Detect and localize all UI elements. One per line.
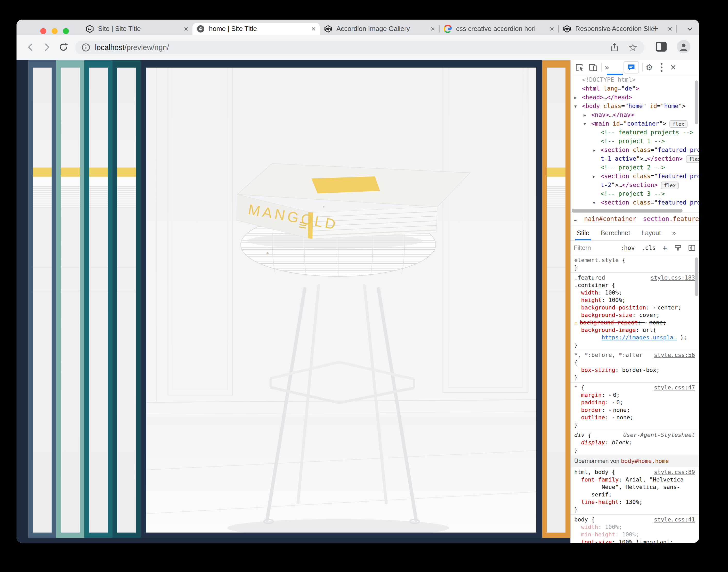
filter-input[interactable]: Filtern xyxy=(574,244,620,252)
css-line[interactable]: } xyxy=(571,341,699,349)
address-bar[interactable]: localhost/preview/ngn/ ☆ xyxy=(75,41,644,54)
share-icon[interactable] xyxy=(610,43,619,52)
devtools-menu-icon[interactable] xyxy=(661,63,662,72)
tab-stile[interactable]: Stile xyxy=(577,229,589,237)
dom-tree-line[interactable]: ▶<section class="featured pro xyxy=(571,145,699,154)
css-line[interactable]: { xyxy=(571,359,699,366)
tab-search-chevron-icon[interactable] xyxy=(685,24,695,33)
css-line[interactable]: } xyxy=(571,374,699,381)
dom-tree-line[interactable]: ▶<head>…</head> xyxy=(571,93,699,101)
dom-tree-line[interactable]: <!-- project 1 --> xyxy=(571,137,699,145)
tab-berechnet[interactable]: Berechnet xyxy=(601,229,630,237)
tab-accordion-gallery[interactable]: Accordion Image Gallery × xyxy=(320,23,439,35)
css-line[interactable]: } xyxy=(571,421,699,429)
css-line[interactable]: width: 100%; xyxy=(571,289,699,296)
css-line[interactable]: margin: ▸0; xyxy=(571,391,699,399)
css-line[interactable]: background-position: ▸center; xyxy=(571,304,699,311)
expand-arrow-icon[interactable]: ▶ xyxy=(584,111,591,120)
inspect-element-icon[interactable] xyxy=(575,62,585,72)
dom-tree-line[interactable]: ▶<section class="featured pro xyxy=(571,172,699,181)
css-line[interactable]: width: 100%; xyxy=(571,523,699,531)
expand-arrow-icon[interactable]: ▶ xyxy=(574,93,582,102)
accordion-panel-4[interactable] xyxy=(113,60,141,538)
breadcrumb-main-container[interactable]: nain#container xyxy=(584,215,636,223)
breadcrumb-section-featured[interactable]: section.featured.p xyxy=(643,215,699,223)
stylesheet-link[interactable]: style.css:41 xyxy=(654,516,699,523)
page-info-icon[interactable] xyxy=(81,43,90,52)
stylesheet-link[interactable]: style.css:89 xyxy=(654,468,699,476)
css-line[interactable]: background-image: url( xyxy=(571,326,699,334)
css-line[interactable]: } xyxy=(571,264,699,271)
profile-avatar[interactable] xyxy=(677,40,690,53)
paintbrush-icon[interactable] xyxy=(674,244,682,252)
css-line[interactable]: .featuredstyle.css:183 xyxy=(571,274,699,281)
tab-site[interactable]: Site | Site Title × xyxy=(81,23,192,35)
css-line[interactable]: div {User-Agent-Stylesheet xyxy=(571,431,699,439)
reload-icon[interactable] xyxy=(56,40,71,54)
close-devtools-icon[interactable]: × xyxy=(670,62,676,72)
css-line[interactable]: Neue", Helvetica, sans- xyxy=(571,483,699,491)
dom-tree-line[interactable]: ▼<main id="container">flex xyxy=(571,119,699,128)
css-line[interactable]: font-size: 100% !important; xyxy=(571,538,699,543)
css-line[interactable]: } xyxy=(571,446,699,454)
breadcrumb-overflow[interactable]: … xyxy=(574,215,577,223)
dom-tree-line[interactable]: t-1 active">…</section>flex xyxy=(571,154,699,163)
bookmark-star-icon[interactable]: ☆ xyxy=(628,42,638,53)
side-panel-icon[interactable] xyxy=(656,42,667,52)
dom-tree-line[interactable]: <!-- featured projects --> xyxy=(571,128,699,137)
elements-horizontal-scrollbar[interactable] xyxy=(572,209,682,213)
stylesheet-link[interactable]: style.css:183 xyxy=(651,274,699,281)
css-line[interactable]: * {style.css:47 xyxy=(571,384,699,391)
css-line[interactable]: display: block; xyxy=(571,439,699,446)
accordion-panel-6[interactable] xyxy=(542,60,570,538)
device-toolbar-icon[interactable] xyxy=(588,62,598,72)
css-line[interactable]: box-sizing: border-box; xyxy=(571,366,699,374)
styles-scrollbar[interactable] xyxy=(695,258,698,296)
accordion-panel-active[interactable]: MANGOLD xyxy=(141,60,542,538)
dom-tree-line[interactable]: t-2">…</section>flex xyxy=(571,181,699,189)
settings-gear-icon[interactable]: ⚙ xyxy=(646,63,653,71)
dom-tree-line[interactable]: <html lang="de"> xyxy=(571,84,699,93)
css-line[interactable]: } xyxy=(571,506,699,513)
more-panels-chevrons-icon[interactable]: » xyxy=(605,63,609,72)
css-line[interactable]: body {style.css:41 xyxy=(571,516,699,523)
toggle-class-button[interactable]: .cls xyxy=(642,244,656,251)
css-line[interactable]: element.style { xyxy=(571,256,699,264)
css-line[interactable]: font-family: Arial, "Helvetica xyxy=(571,476,699,483)
tab-google-search[interactable]: css creative accordion hori × xyxy=(440,23,558,35)
back-icon[interactable] xyxy=(23,40,38,54)
css-line[interactable]: padding: ▸0; xyxy=(571,399,699,406)
sidebar-toggle-icon[interactable] xyxy=(688,244,696,252)
zoom-window-button[interactable] xyxy=(63,28,69,34)
expand-arrow-icon[interactable]: ▼ xyxy=(574,102,582,111)
css-line[interactable]: html, body {style.css:89 xyxy=(571,468,699,476)
expand-arrow-icon[interactable]: ▶ xyxy=(593,172,601,181)
css-line[interactable]: border: ▸none; xyxy=(571,406,699,414)
tab-close-icon[interactable]: × xyxy=(184,25,188,33)
dom-tree-line[interactable]: <!-- project 3 --> xyxy=(571,189,699,198)
dom-tree-line[interactable]: <!DOCTYPE html> xyxy=(571,75,699,84)
new-tab-button[interactable]: + xyxy=(649,23,663,35)
new-style-rule-button[interactable]: + xyxy=(662,243,667,253)
css-line[interactable]: line-height: 130%; xyxy=(571,498,699,506)
stylesheet-link[interactable]: style.css:47 xyxy=(654,384,699,391)
css-line[interactable]: *, *:before, *:afterstyle.css:56 xyxy=(571,351,699,359)
tab-close-icon[interactable]: × xyxy=(668,25,672,33)
close-window-button[interactable] xyxy=(40,28,46,34)
stylesheet-link[interactable]: style.css:56 xyxy=(654,351,699,359)
dom-tree-line[interactable]: ▼<section class="featured pro xyxy=(571,198,699,207)
tab-close-icon[interactable]: × xyxy=(549,25,554,33)
expand-arrow-icon[interactable]: ▼ xyxy=(584,120,591,128)
more-tabs-icon[interactable]: » xyxy=(672,229,676,237)
tab-close-icon[interactable]: × xyxy=(311,25,316,33)
css-line[interactable]: outline: ▸none; xyxy=(571,414,699,421)
minimize-window-button[interactable] xyxy=(52,28,58,34)
accordion-panel-2[interactable] xyxy=(56,60,84,538)
dom-tree-line[interactable]: ▼<body class="home" id="home"> xyxy=(571,101,699,111)
css-line[interactable]: serif; xyxy=(571,491,699,498)
css-line[interactable]: background-size: cover; xyxy=(571,311,699,319)
css-line[interactable]: ⚠background-repeat: ▸none; xyxy=(571,319,699,326)
expand-arrow-icon[interactable]: ▶ xyxy=(593,146,601,155)
css-line[interactable]: https://images.unspla… ); xyxy=(571,334,699,341)
toggle-hover-button[interactable]: :hov xyxy=(620,244,635,251)
